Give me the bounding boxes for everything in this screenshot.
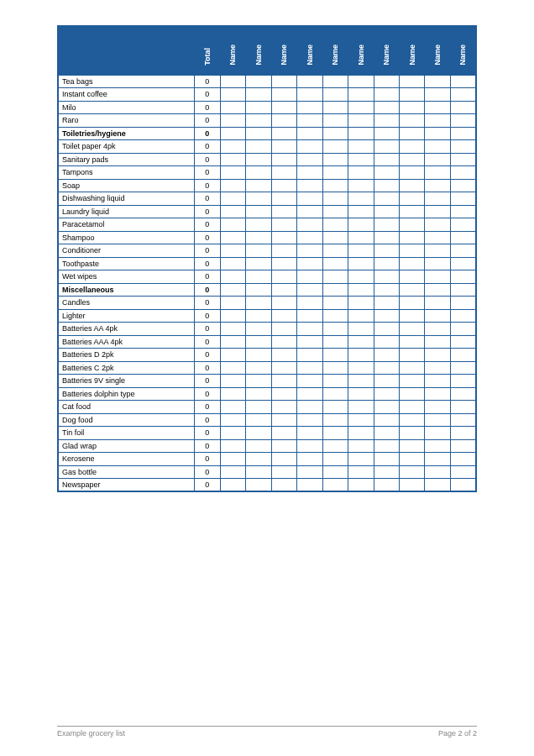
name-cell: [399, 231, 424, 244]
name-cell: [348, 270, 374, 284]
name-cell: [425, 401, 450, 414]
name-cell: [220, 192, 245, 206]
name-cell: [271, 465, 296, 479]
name-cell: [220, 361, 245, 375]
name-cell: [425, 231, 450, 244]
name-cell: [425, 257, 450, 270]
table-row: Toothpaste0: [58, 257, 476, 270]
item-cell: Toilet paper 4pk: [58, 140, 195, 154]
name-cell: [220, 153, 245, 166]
table-row: Sanitary pads0: [58, 153, 476, 166]
name-cell: [348, 218, 374, 232]
name-cell: [450, 244, 476, 258]
total-cell: 0: [195, 283, 220, 297]
name-cell: [297, 114, 322, 128]
name-cell: [297, 297, 322, 310]
name-cell: [322, 127, 348, 140]
name-cell: [271, 153, 296, 166]
header-name-9: Name: [450, 26, 476, 75]
name-cell: [297, 257, 322, 270]
name-cell: [246, 231, 271, 244]
name-cell: [348, 323, 374, 336]
name-cell: [374, 453, 399, 466]
name-cell: [399, 465, 424, 479]
name-cell: [246, 465, 271, 479]
name-cell: [450, 283, 476, 297]
name-cell: [374, 309, 399, 323]
footer-left: Example grocery list: [57, 729, 125, 738]
item-cell: Dishwashing liquid: [58, 192, 195, 206]
total-cell: 0: [195, 140, 220, 154]
name-cell: [246, 401, 271, 414]
table-row: Newspaper0: [58, 479, 476, 492]
name-cell: [348, 439, 374, 453]
name-cell: [374, 465, 399, 479]
name-cell: [246, 427, 271, 440]
name-cell: [450, 205, 476, 218]
item-cell: Cat food: [58, 401, 195, 414]
name-cell: [220, 297, 245, 310]
name-cell: [271, 361, 296, 375]
name-cell: [374, 101, 399, 114]
name-cell: [399, 387, 424, 401]
name-cell: [246, 297, 271, 310]
name-cell: [450, 101, 476, 114]
name-cell: [450, 413, 476, 427]
name-cell: [220, 413, 245, 427]
name-cell: [425, 413, 450, 427]
name-cell: [322, 231, 348, 244]
name-cell: [271, 453, 296, 466]
name-cell: [271, 101, 296, 114]
name-cell: [399, 88, 424, 102]
document-page: Total Name Name Name Name Name Name Name…: [0, 0, 534, 756]
name-cell: [322, 244, 348, 258]
name-cell: [374, 401, 399, 414]
name-cell: [220, 375, 245, 388]
name-cell: [322, 140, 348, 154]
item-cell: Milo: [58, 101, 195, 114]
name-cell: [425, 453, 450, 466]
table-row: Glad wrap0: [58, 439, 476, 453]
name-cell: [246, 335, 271, 349]
name-cell: [271, 375, 296, 388]
total-cell: 0: [195, 335, 220, 349]
name-cell: [297, 205, 322, 218]
table-row: Instant coffee0: [58, 88, 476, 102]
name-cell: [425, 192, 450, 206]
name-cell: [374, 166, 399, 180]
table-row: Soap0: [58, 179, 476, 192]
name-cell: [374, 257, 399, 270]
name-cell: [348, 205, 374, 218]
name-cell: [322, 427, 348, 440]
name-cell: [374, 153, 399, 166]
total-cell: 0: [195, 413, 220, 427]
name-cell: [348, 192, 374, 206]
name-cell: [348, 257, 374, 270]
name-cell: [297, 75, 322, 88]
table-row: Batteries 9V single0: [58, 375, 476, 388]
name-cell: [450, 88, 476, 102]
item-cell: Lighter: [58, 309, 195, 323]
table-row: Toilet paper 4pk0: [58, 140, 476, 154]
name-cell: [322, 479, 348, 492]
name-cell: [271, 218, 296, 232]
name-cell: [246, 361, 271, 375]
name-cell: [374, 218, 399, 232]
name-cell: [246, 479, 271, 492]
name-cell: [220, 231, 245, 244]
name-cell: [220, 205, 245, 218]
name-cell: [425, 88, 450, 102]
name-cell: [348, 179, 374, 192]
name-cell: [450, 127, 476, 140]
name-cell: [450, 114, 476, 128]
table-row: Lighter0: [58, 309, 476, 323]
name-cell: [450, 349, 476, 362]
name-cell: [374, 361, 399, 375]
item-cell: Dog food: [58, 413, 195, 427]
name-cell: [374, 127, 399, 140]
item-cell: Batteries AAA 4pk: [58, 335, 195, 349]
name-cell: [271, 244, 296, 258]
name-cell: [425, 244, 450, 258]
name-cell: [322, 361, 348, 375]
name-cell: [374, 349, 399, 362]
